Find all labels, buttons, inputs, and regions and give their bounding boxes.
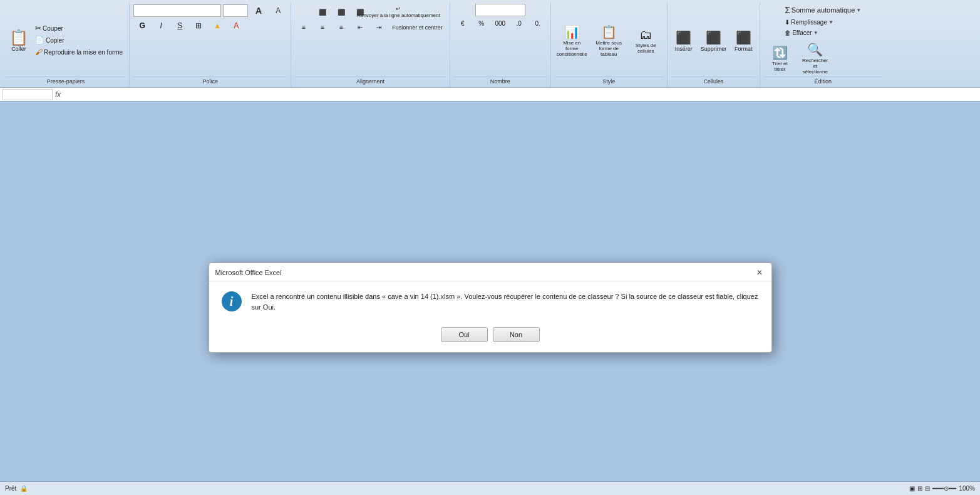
align-left-button[interactable]: ≡ [295,22,312,33]
font-row1: A A [133,4,287,18]
align-right-button[interactable]: ≡ [333,22,350,33]
format-button[interactable]: ⬛ Format [731,27,756,54]
clipboard-content: 📋 Coller ✂ Couper 📄 Copier 🖌 [6,4,125,76]
cellules-content: ⬛ Insérer ⬛ Supprimer ⬛ Format [671,4,756,76]
status-right: ▣ ⊞ ⊟ ━━━⊙━━ 100% [909,485,975,492]
group-clipboard: 📋 Coller ✂ Couper 📄 Copier 🖌 [3,3,130,87]
align-top-left-button[interactable]: ⬛ [314,4,331,20]
dialog-titlebar: Microsoft Office Excel ✕ [209,263,771,281]
dialog-message: Excel a rencontré un contenu illisible d… [252,291,759,312]
wrap-text-button[interactable]: ↵ Renvoyer à la ligne automatiquement [370,4,426,20]
cell-reference-input[interactable] [3,89,53,100]
effacer-arrow: ▼ [813,30,818,36]
nombre-row1 [475,4,525,16]
cellules-label: Cellules [671,76,756,86]
oui-button[interactable]: Oui [441,327,488,342]
formula-input[interactable] [63,90,977,99]
trier-button[interactable]: 🔃 Trier et filtrer [764,39,795,76]
style-label: Style [555,76,663,86]
info-icon: i [222,291,242,311]
non-button[interactable]: Non [493,327,540,342]
indent-dec-button[interactable]: ⇤ [351,22,369,33]
remplissage-button[interactable]: ⬇ Remplissage ▼ [782,18,836,27]
decimal-dec-button[interactable]: 0. [529,18,547,29]
police-label: Police [133,76,287,86]
view-layout-icon[interactable]: ⊞ [917,485,922,492]
dialog-title: Microsoft Office Excel [215,269,282,276]
reproduire-icon: 🖌 [35,48,43,56]
decimal-inc-button[interactable]: .0 [510,18,528,29]
cell-styles-button[interactable]: 🗂 Styles de cellules [629,24,663,56]
border-button[interactable]: ⊞ [190,19,207,32]
indent-inc-button[interactable]: ⇥ [370,22,388,33]
couper-button[interactable]: ✂ Couper [33,23,125,34]
ribbon: 📋 Coller ✂ Couper 📄 Copier 🖌 [0,0,980,88]
main-spreadsheet-area[interactable]: Microsoft Office Excel ✕ i Excel a renco… [0,102,980,495]
table-format-icon: 📋 [601,24,617,39]
group-alignement: ⬛ ⬛ ⬛ ↵ Renvoyer à la ligne automatiquem… [291,3,450,87]
nombre-content: € % 000 .0 0. [454,4,547,76]
percent-button[interactable]: % [473,18,490,29]
currency-button[interactable]: € [454,18,472,29]
font-color-button[interactable]: A [227,19,245,32]
rechercher-icon: 🔍 [807,42,823,57]
zoom-slider[interactable]: ━━━⊙━━ [932,485,956,492]
group-nombre: € % 000 .0 0. Nombre [450,3,551,87]
view-page-break-icon[interactable]: ⊟ [925,485,930,492]
somme-arrow: ▼ [856,8,861,13]
couper-icon: ✂ [35,24,41,33]
italic-button[interactable]: I [152,19,170,32]
font-size-input[interactable] [223,4,248,17]
group-police: A A G I S ⊞ ▲ A Police [130,3,291,87]
sigma-icon: Σ [785,5,790,15]
thousands-button[interactable]: 000 [492,18,509,29]
rechercher-button[interactable]: 🔍 Rechercher et sélectionne [798,39,832,76]
cell-styles-icon: 🗂 [639,28,652,42]
formula-bar: fx [0,88,980,102]
fill-color-button[interactable]: ▲ [209,19,226,32]
table-format-button[interactable]: 📋 Mettre sous forme de tableau [592,21,626,59]
wrap-icon: ↵ [396,6,401,12]
effacer-button[interactable]: 🗑 Effacer ▼ [782,28,820,38]
bold-button[interactable]: G [133,19,151,32]
view-normal-icon[interactable]: ▣ [909,485,915,492]
coller-button[interactable]: 📋 Coller [6,27,31,54]
font-shrink-button[interactable]: A [269,4,287,17]
reproduire-button[interactable]: 🖌 Reproduire la mise en forme [33,46,125,58]
edition-content: Σ Somme automatique ▼ ⬇ Remplissage ▼ 🗑 … [782,4,864,38]
font-grow-button[interactable]: A [250,4,267,18]
status-pret: Prêt [5,485,16,492]
excel-dialog: Microsoft Office Excel ✕ i Excel a renco… [209,263,772,353]
copier-button[interactable]: 📄 Copier [33,34,125,46]
somme-button[interactable]: Σ Somme automatique ▼ [782,4,864,16]
status-icon: 🔒 [20,485,28,492]
edition-label: Édition [764,76,882,86]
group-cellules: ⬛ Insérer ⬛ Supprimer ⬛ Format Cellules [668,3,761,87]
supprimer-button[interactable]: ⬛ Supprimer [698,27,730,54]
conditional-format-button[interactable]: 📊 Mise en forme conditionnelle [555,21,589,59]
font-name-input[interactable] [133,4,221,17]
format-icon: ⬛ [736,30,751,45]
edition-icons: 🔃 Trier et filtrer 🔍 Rechercher et sélec… [764,39,832,76]
conditional-format-icon: 📊 [564,24,580,39]
dialog-overlay: Microsoft Office Excel ✕ i Excel a renco… [0,102,980,495]
align-center-button[interactable]: ≡ [314,22,331,33]
status-bar: Prêt 🔒 ▣ ⊞ ⊟ ━━━⊙━━ 100% [0,481,980,495]
nombre-row2: € % 000 .0 0. [454,18,547,29]
clipboard-label: Presse-papiers [6,76,125,86]
effacer-icon: 🗑 [785,29,791,36]
inserer-icon: ⬛ [676,30,691,45]
align-top-center-button[interactable]: ⬛ [333,4,350,20]
align-row1: ⬛ ⬛ ⬛ ↵ Renvoyer à la ligne automatiquem… [314,4,426,20]
merge-center-button[interactable]: Fusionner et centrer [389,22,446,33]
align-row2: ≡ ≡ ≡ ⇤ ⇥ Fusionner et centrer [295,22,446,33]
number-format-input[interactable] [475,4,525,16]
dialog-close-button[interactable]: ✕ [754,267,765,278]
remplissage-arrow: ▼ [828,19,833,25]
zoom-level: 100% [959,485,975,492]
inserer-button[interactable]: ⬛ Insérer [671,27,696,54]
copier-icon: 📄 [35,36,44,44]
underline-button[interactable]: S [171,19,188,32]
coller-icon: 📋 [9,30,28,45]
status-left: Prêt 🔒 [5,485,28,492]
